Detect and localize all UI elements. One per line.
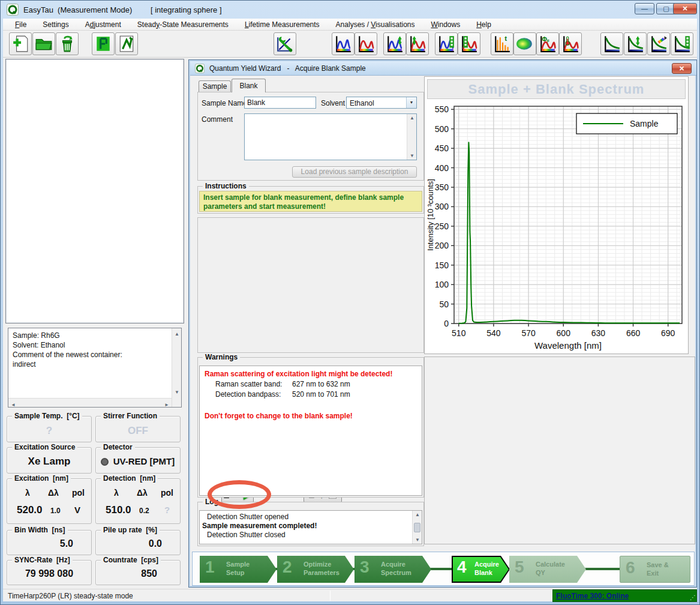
blue-spectrum-arrows-icon <box>386 35 404 53</box>
menu-settings[interactable]: Settings <box>43 20 68 29</box>
menu-file[interactable]: File <box>15 20 26 29</box>
desc-vertical-scrollbar[interactable]: ▲ ▼ <box>172 328 181 407</box>
tcspc-bars-icon: t <box>493 35 511 53</box>
sample-description-box[interactable]: Sample: Rh6G Solvent: Ethanol Comment of… <box>8 328 182 408</box>
sample-name-input[interactable] <box>244 97 316 109</box>
decay-icon <box>603 35 621 53</box>
minimize-button[interactable]: — <box>635 3 654 14</box>
temperature-spectrum-button[interactable] <box>559 32 582 55</box>
menu-steady-state[interactable]: Steady-State Measurements <box>137 20 229 29</box>
tcspc-decay-button[interactable]: t <box>491 32 513 55</box>
lifetime-scan-button[interactable] <box>624 32 647 55</box>
excitation-bandwidth-value: 1.0 <box>50 507 61 515</box>
menu-analyses[interactable]: Analyses / Visualisations <box>336 20 415 29</box>
edit-script-button[interactable] <box>115 32 138 55</box>
menu-adjustment[interactable]: Adjustment <box>85 20 121 29</box>
scroll-down-icon[interactable]: ▼ <box>172 388 182 397</box>
warnings-label: Warnings <box>203 353 240 361</box>
solvent-select[interactable]: Ethanol ▼ <box>346 97 417 109</box>
svg-text:200: 200 <box>435 241 449 250</box>
svg-text:50: 50 <box>439 299 449 309</box>
svg-text:150: 150 <box>435 260 449 270</box>
desc-horizontal-scrollbar[interactable]: ◄ ► <box>8 398 172 407</box>
log-box[interactable]: Detection Shutter opened Sample measurem… <box>199 510 422 544</box>
svg-text:450: 450 <box>435 143 449 153</box>
desc-line: Sample: Rh6G <box>13 331 169 340</box>
tres-map-button[interactable] <box>513 32 536 55</box>
lifetime-rainbow-button[interactable] <box>647 32 670 55</box>
decay-film-icon <box>673 35 691 53</box>
menu-lifetime[interactable]: Lifetime Measurements <box>245 20 320 29</box>
countrate-group: Countrate [cps] 850 <box>95 560 181 585</box>
detection-label: Detection [nm] <box>101 474 158 483</box>
scroll-up-icon[interactable]: ▲ <box>407 115 417 121</box>
adjustment-tools-button[interactable] <box>274 32 296 55</box>
menu-windows[interactable]: Windows <box>431 20 460 29</box>
pen-page-icon <box>118 35 136 53</box>
log-line: Detection Shutter opened <box>202 513 410 522</box>
comment-textarea[interactable]: ▲ ▼ <box>244 113 417 160</box>
excitation-spectrum-button[interactable] <box>332 32 354 55</box>
scroll-up-icon[interactable]: ▲ <box>172 330 182 339</box>
svg-text:630: 630 <box>591 328 606 338</box>
close-button[interactable]: ✕ <box>673 3 697 14</box>
menu-help[interactable]: Help <box>476 20 491 29</box>
contour-map-icon <box>516 35 534 53</box>
lifetime-decay-button[interactable] <box>600 32 623 55</box>
step-5-calculate-qy[interactable]: 5 CalculateQY <box>509 556 586 583</box>
step-2-optimize-parameters[interactable]: 2 OptimizeParameters <box>277 556 354 583</box>
tab-sample[interactable]: Sample <box>199 80 231 92</box>
window-title: EasyTau (Measurement Mode) <box>23 5 132 14</box>
scroll-down-icon[interactable]: ▼ <box>407 153 417 158</box>
scroll-left-icon[interactable]: ◄ <box>8 400 18 410</box>
title-bar: EasyTau (Measurement Mode) [ integrating… <box>1 1 699 19</box>
wizard-title-bar: Quantum Yield Wizard - Acquire Blank Sam… <box>190 61 696 76</box>
new-measurement-button[interactable] <box>9 32 32 55</box>
pileup-value: 0.0 <box>96 538 180 549</box>
detector-group: Detector UV-RED [PMT] <box>95 447 181 474</box>
log-scrollbar[interactable]: ▲ ▼ <box>412 511 422 544</box>
red-spectrum-icon <box>357 35 375 53</box>
excitation-pol-value: V <box>74 505 80 515</box>
scroll-right-icon[interactable]: ► <box>162 400 172 410</box>
excitation-scan-button[interactable] <box>383 32 406 55</box>
svg-text:300: 300 <box>435 202 449 211</box>
menu-bar: File Settings Adjustment Steady-State Me… <box>3 19 697 31</box>
chart-title: Sample + Blank Spectrum <box>427 79 686 99</box>
desc-line: indirect <box>13 360 169 369</box>
excitation-group: Excitation [nm] λ Δλ pol 520.0 1.0 V <box>7 478 92 524</box>
load-previous-description-button[interactable]: Load previous sample description <box>292 166 417 178</box>
scroll-down-icon[interactable]: ▼ <box>413 537 422 543</box>
svg-text:500: 500 <box>435 124 449 134</box>
wizard-close-button[interactable]: ✕ <box>672 63 692 74</box>
countrate-label: Countrate [cps] <box>101 556 161 564</box>
emission-scan-button[interactable] <box>406 32 429 55</box>
lifetime-series-button[interactable] <box>671 32 693 55</box>
open-button[interactable] <box>32 32 55 55</box>
resize-grip-icon[interactable]: ⋰ <box>690 594 696 601</box>
comment-scrollbar[interactable]: ▲ ▼ <box>407 114 416 160</box>
excitation-source-group: Excitation Source Xe Lamp <box>7 447 92 474</box>
excitation-series-button[interactable] <box>435 32 458 55</box>
wizard-steps-bar: 1 SampleSetup 2 OptimizeParameters 3 Acq… <box>192 552 695 586</box>
quantum-yield-button[interactable]: ΦF <box>536 32 559 55</box>
comment-label: Comment <box>202 115 233 124</box>
delete-button[interactable] <box>56 32 79 55</box>
emission-series-button[interactable] <box>458 32 480 55</box>
svg-text:250: 250 <box>435 221 449 231</box>
emission-spectrum-button[interactable] <box>354 32 377 55</box>
step-4-acquire-blank[interactable]: 4 AcquireBlank <box>452 556 510 583</box>
measurement-list[interactable] <box>5 59 184 324</box>
scrollbar-thumb[interactable] <box>414 523 420 532</box>
status-detector-mode: TimeHarp260P (LR) steady-state mode <box>8 592 133 600</box>
scroll-up-icon[interactable]: ▲ <box>413 512 422 517</box>
warning-blank-note: Don't forget to change to the blank samp… <box>205 412 417 420</box>
tab-blank[interactable]: Blank <box>232 79 266 92</box>
lambda-header: λ <box>114 488 119 498</box>
chevron-down-icon[interactable]: ▼ <box>406 97 416 108</box>
step-6-save-exit[interactable]: 6 Save &Exit <box>620 556 690 583</box>
component-button[interactable] <box>92 32 115 55</box>
step-3-acquire-spectrum[interactable]: 3 AcquireSpectrum <box>354 556 431 583</box>
step-1-sample-setup[interactable]: 1 SampleSetup <box>200 556 277 583</box>
status-divider <box>330 591 331 601</box>
